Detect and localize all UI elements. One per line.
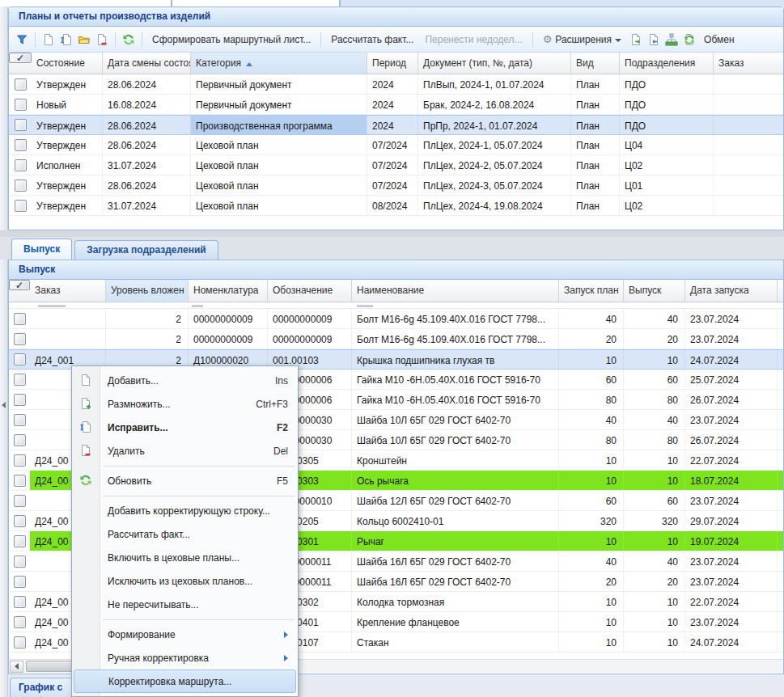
column-header-category[interactable]: Категория [191, 53, 367, 74]
column-header-nomenclature[interactable]: Номенклатура [189, 280, 268, 302]
collapse-left-icon[interactable] [2, 402, 6, 408]
column-header-state[interactable]: Состояние [32, 53, 103, 74]
row-checkbox[interactable] [14, 313, 26, 325]
cell-department: Ц04 [620, 135, 714, 154]
column-header-date-changed[interactable]: Дата смены состояния [103, 53, 191, 74]
row-checkbox[interactable] [15, 200, 27, 212]
cell-state: Исполнен [32, 155, 103, 175]
table-row[interactable]: Новый16.08.2024Первичный документ2024Бра… [9, 95, 783, 115]
sort-asc-icon [246, 62, 252, 66]
column-header-order[interactable]: Заказ [30, 280, 106, 302]
row-checkbox[interactable] [14, 434, 26, 446]
row-checkbox[interactable] [14, 475, 26, 487]
select-all-column-header[interactable]: ✓ [9, 53, 32, 63]
filter-icon[interactable] [15, 32, 29, 47]
cell-kind: План [571, 196, 620, 215]
horizontal-splitter[interactable] [0, 230, 784, 237]
table-row[interactable]: Утвержден28.06.2024Цеховой план07/2024Пл… [9, 135, 783, 155]
row-checkbox[interactable] [15, 78, 27, 91]
row-checkbox[interactable] [14, 636, 26, 648]
row-checkbox[interactable] [15, 119, 27, 131]
folder-open-icon[interactable] [77, 32, 91, 47]
menu-item-9[interactable]: Включить в цеховые планы... [72, 546, 298, 569]
column-header-name[interactable]: Наименование [352, 280, 559, 302]
extensions-menu-button[interactable]: ⚙Расширения [537, 31, 627, 48]
table-row[interactable]: 20000000000900000000009Болт М16-6g 45.10… [9, 309, 783, 329]
row-checkbox[interactable] [14, 394, 26, 406]
row-checkbox[interactable] [14, 495, 26, 507]
row-checkbox[interactable] [14, 555, 26, 568]
menu-item-14[interactable]: Ручная корректировка [72, 646, 298, 670]
cell-date-changed: 28.06.2024 [103, 175, 191, 195]
select-all-column-header[interactable]: ✓ [9, 280, 30, 290]
row-checkbox[interactable] [15, 99, 27, 111]
doc-edit-icon[interactable] [59, 32, 74, 47]
table-row[interactable]: 20000000000900000000009Болт М16-6g 45.10… [9, 329, 783, 349]
table-row[interactable]: Утвержден28.06.2024Производственная прог… [9, 115, 783, 135]
row-checkbox[interactable] [14, 576, 26, 588]
row-checkbox-cell [9, 491, 30, 510]
menu-item-0[interactable]: Добавить...Ins [72, 369, 298, 392]
cell-state: Утвержден [32, 74, 103, 94]
cell-plan-start: 20 [559, 572, 624, 591]
sync-icon[interactable] [682, 32, 697, 47]
tab-vypusk[interactable]: Выпуск [11, 239, 72, 260]
row-checkbox[interactable] [14, 596, 26, 608]
cell-plan-start: 60 [559, 370, 624, 389]
column-header-output[interactable]: Выпуск [624, 280, 685, 302]
column-header-level[interactable]: Уровень вложен [106, 280, 189, 302]
menu-item-13[interactable]: Формирование [72, 623, 298, 646]
row-checkbox[interactable] [14, 616, 26, 628]
cell-document: ПлЦех, 2024-1, 05.07.2024 [418, 135, 571, 154]
row-checkbox[interactable] [14, 333, 26, 345]
menu-item-2[interactable]: Исправить...F2 [72, 416, 298, 439]
row-checkbox[interactable] [14, 515, 26, 527]
tab-zagruzka-podrazdeleniy[interactable]: Загрузка подразделений [74, 240, 218, 260]
menu-item-11[interactable]: Не пересчитывать... [72, 593, 298, 616]
row-checkbox[interactable] [15, 180, 27, 192]
table-row[interactable]: Исполнен31.07.2024Цеховой план07/2024ПлЦ… [9, 155, 783, 175]
row-checkbox[interactable] [14, 353, 26, 365]
row-checkbox[interactable] [14, 374, 26, 386]
column-header-order[interactable]: Заказ [714, 53, 784, 74]
menu-item-10[interactable]: Исключить из цеховых планов... [72, 569, 298, 593]
column-header-document[interactable]: Документ (тип, №, дата) [418, 53, 571, 74]
column-header-plan-start[interactable]: Запуск план [559, 280, 624, 302]
cell-plan-start: 10 [559, 450, 624, 470]
refresh-icon[interactable] [121, 32, 136, 47]
column-header-designation[interactable]: Обозначение [268, 280, 352, 302]
column-header-start-date[interactable]: Дата запуска [685, 280, 778, 302]
cell-order [714, 95, 784, 114]
row-filler [778, 551, 783, 571]
calc-fact-button[interactable]: Рассчитать факт... [325, 32, 419, 48]
scroll-left-button[interactable] [10, 661, 23, 673]
menu-item-3[interactable]: УдалитьDel [72, 439, 298, 463]
table-row[interactable]: Утвержден31.07.2024Цеховой план08/2024Пл… [9, 196, 783, 216]
row-checkbox[interactable] [15, 139, 27, 151]
column-header-kind[interactable]: Вид [571, 53, 620, 74]
menu-item-15[interactable]: Корректировка маршрута... [74, 670, 296, 693]
table-row[interactable]: Утвержден28.06.2024Цеховой план07/2024Пл… [9, 175, 783, 196]
column-header-department[interactable]: Подразделения [620, 53, 714, 74]
menu-item-7[interactable]: Добавить корректирующую строку... [72, 499, 298, 522]
row-checkbox[interactable] [14, 414, 26, 426]
collapsed-side-strip[interactable] [0, 6, 8, 697]
row-checkbox[interactable] [15, 159, 27, 171]
menu-item-8[interactable]: Рассчитать факт... [72, 522, 298, 546]
doc-import-icon[interactable] [646, 32, 661, 47]
arrow-left-icon [15, 663, 19, 670]
row-checkbox[interactable] [14, 535, 26, 547]
doc-export-icon[interactable] [629, 32, 643, 47]
column-header-period[interactable]: Период [367, 53, 418, 74]
form-route-list-button[interactable]: Сформировать маршрутный лист... [146, 32, 316, 48]
table-row[interactable]: Утвержден28.06.2024Первичный документ202… [9, 74, 783, 95]
menu-item-1[interactable]: Размножить...Ctrl+F3 [72, 392, 298, 416]
row-filler [778, 309, 783, 328]
menu-item-5[interactable]: ОбновитьF5 [72, 469, 298, 492]
doc-new-icon[interactable] [41, 32, 56, 47]
hierarchy-icon[interactable] [664, 32, 679, 47]
exchange-button[interactable]: Обмен [698, 32, 740, 48]
doc-delete-icon[interactable] [95, 32, 109, 47]
cell-name: Шайба 10Л 65Г 029 ГОСТ 6402-70 [352, 410, 559, 429]
row-checkbox[interactable] [14, 454, 26, 467]
